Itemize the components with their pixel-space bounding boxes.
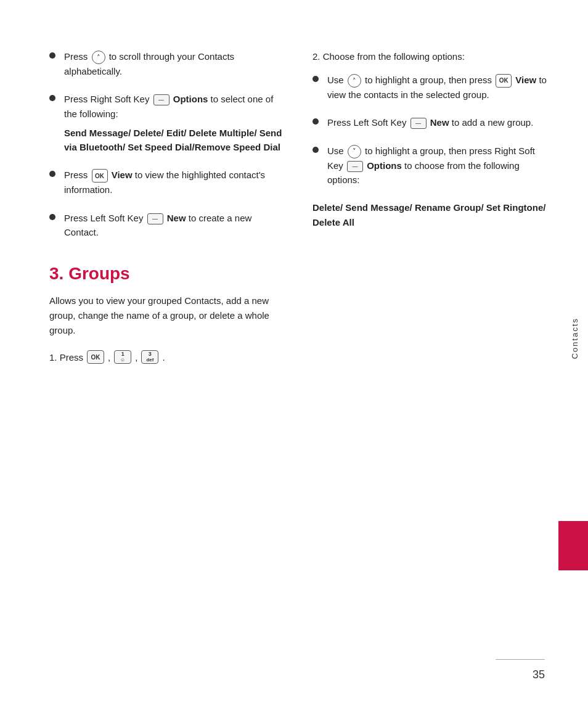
step-number: 2.: [312, 51, 321, 62]
ok-key-icon: OK: [87, 350, 104, 364]
scroll-up-icon: ˄: [348, 74, 361, 88]
groups-description: Allows you to view your grouped Contacts…: [49, 293, 288, 338]
left-soft-key-icon: —: [147, 213, 163, 224]
page-number: 35: [533, 668, 545, 681]
groups-title: 3. Groups: [49, 264, 288, 284]
options-sub-text: Send Message/ Delete/ Edit/ Delete Multi…: [64, 128, 282, 152]
list-item: Press Left Soft Key — New to add a new g…: [312, 115, 551, 129]
sub-bullet-text-2: Press Left Soft Key — New to add a new g…: [327, 115, 533, 129]
page-divider: [496, 659, 545, 660]
new-label: New: [167, 213, 186, 223]
press-label: 1. Press: [49, 352, 83, 363]
ok-icon-2: OK: [496, 74, 512, 88]
left-column: Press ˄ to scroll through your Contacts …: [49, 49, 288, 669]
list-item: Use ˄ to highlight a group, then press O…: [312, 73, 551, 102]
list-item: Press OK View to view the highlighted co…: [49, 168, 288, 197]
period: .: [162, 352, 165, 363]
bullet-dot: [49, 214, 55, 220]
scroll-icon: ˄: [92, 51, 105, 64]
sidebar-label: Contacts: [570, 318, 579, 359]
comma-1: ,: [108, 352, 110, 363]
bullet-list: Press ˄ to scroll through your Contacts …: [49, 49, 288, 239]
bullet-dot: [49, 171, 55, 177]
view-label: View: [112, 170, 133, 180]
options-label-2: Options: [367, 160, 402, 171]
bullet-text-2: Press Right Soft Key — Options to select…: [64, 92, 288, 154]
list-item: Press Right Soft Key — Options to select…: [49, 92, 288, 154]
options-label: Options: [173, 94, 208, 104]
bullet-dot: [312, 76, 319, 82]
groups-section: 3. Groups Allows you to view your groupe…: [49, 264, 288, 364]
bullet-text-3: Press OK View to view the highlighted co…: [64, 168, 288, 197]
list-item: Press Left Soft Key — New to create a ne…: [49, 211, 288, 240]
comma-2: ,: [135, 352, 137, 363]
new-label-2: New: [430, 117, 449, 128]
bullet-dot: [312, 118, 319, 125]
left-soft-key-icon-2: —: [410, 118, 427, 129]
key1-icon: 1☺: [114, 350, 131, 364]
sub-list: Send Message/ Delete/ Edit/ Delete Multi…: [64, 126, 288, 155]
step-heading: 2. Choose from the following options:: [312, 49, 551, 64]
scroll-down-icon: ˅: [348, 145, 361, 158]
delete-options: Delete/ Send Message/ Rename Group/ Set …: [312, 200, 551, 230]
bullet-dot: [49, 52, 55, 59]
sub-bullet-list: Use ˄ to highlight a group, then press O…: [312, 73, 551, 187]
sub-bullet-text-3: Use ˅ to highlight a group, then press R…: [327, 144, 551, 187]
bullet-text-4: Press Left Soft Key — New to create a ne…: [64, 211, 288, 240]
right-column: 2. Choose from the following options: Us…: [312, 49, 551, 669]
sub-bullet-text-1: Use ˄ to highlight a group, then press O…: [327, 73, 551, 102]
bullet-dot: [312, 147, 319, 153]
view-label-2: View: [515, 75, 536, 85]
right-soft-key-icon-2: —: [347, 161, 363, 172]
right-soft-key-icon: —: [153, 94, 169, 105]
bullet-text-1: Press ˄ to scroll through your Contacts …: [64, 49, 288, 78]
page-container: Press ˄ to scroll through your Contacts …: [0, 0, 588, 706]
key3-icon: 3def: [141, 350, 158, 364]
groups-press: 1. Press OK , 1☺ , 3def .: [49, 350, 288, 364]
main-content: Press ˄ to scroll through your Contacts …: [0, 0, 588, 706]
bullet-dot: [49, 95, 55, 101]
list-item: Use ˅ to highlight a group, then press R…: [312, 144, 551, 187]
right-content: 2. Choose from the following options: Us…: [312, 49, 551, 230]
sidebar: Contacts: [558, 0, 588, 706]
ok-icon: OK: [92, 169, 108, 183]
sidebar-tab: [558, 521, 588, 570]
list-item: Press ˄ to scroll through your Contacts …: [49, 49, 288, 78]
